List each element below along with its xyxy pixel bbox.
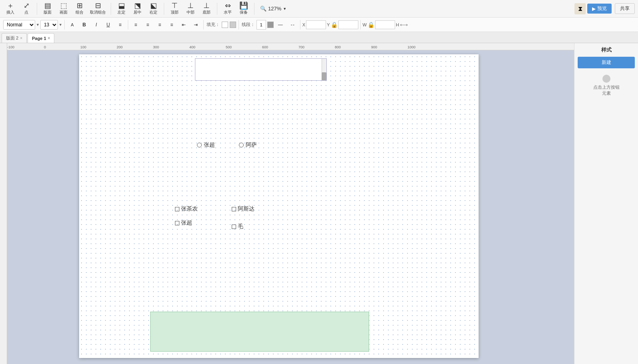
snap-button[interactable]: ⊟ 取消组合 bbox=[88, 1, 107, 17]
checkbox-zhangnong[interactable]: 张茶农 bbox=[175, 205, 198, 213]
italic-button[interactable]: I bbox=[91, 19, 102, 30]
style-select[interactable]: Normal bbox=[3, 20, 35, 30]
styles-title: 样式 bbox=[578, 46, 635, 54]
screen-button[interactable]: ⬚ 画面 bbox=[56, 1, 71, 17]
align-center-icon: ⬔ bbox=[134, 2, 141, 9]
y-input[interactable] bbox=[338, 20, 358, 29]
line-style2-button[interactable]: - - bbox=[287, 19, 298, 30]
align-right-label: 右定 bbox=[149, 10, 157, 15]
line-style1-button[interactable]: — bbox=[275, 19, 286, 30]
tab-page1-label: Page 1 bbox=[32, 36, 46, 41]
header-button[interactable]: ⊤ 顶部 bbox=[167, 1, 182, 17]
checkbox-square-3 bbox=[175, 221, 179, 225]
footer-label: 底部 bbox=[203, 10, 211, 15]
point-label: 点 bbox=[24, 10, 28, 15]
bold-button[interactable]: B bbox=[79, 19, 90, 30]
fill-label: 填充： bbox=[207, 22, 220, 28]
share-button[interactable]: 共享 bbox=[615, 3, 635, 14]
tab-page1[interactable]: Page 1 × bbox=[28, 33, 54, 43]
tab-layout2-close[interactable]: × bbox=[20, 36, 22, 40]
radio-label-1: 张超 bbox=[204, 141, 215, 149]
horizontal-button[interactable]: ⇔ 水平 bbox=[221, 1, 235, 17]
format-icon: ▤ bbox=[44, 2, 51, 9]
save-icon: 💾 bbox=[239, 2, 248, 9]
toolbar-format: Normal ▼ 13 ▼ A B I U ≡ ≡ ≡ ≡ ≡ ⇤ ⇥ 填充： bbox=[0, 18, 638, 32]
indent1-icon: ⇤ bbox=[182, 22, 186, 28]
radio-item-asa[interactable]: 阿萨 bbox=[239, 141, 257, 149]
align-center-label: 居中 bbox=[133, 10, 141, 15]
save-button[interactable]: 💾 保备 bbox=[237, 1, 251, 17]
h-link-icon: ⟷ bbox=[400, 22, 408, 28]
sep4 bbox=[217, 3, 217, 15]
align-center-format-button[interactable]: ≡ bbox=[142, 19, 153, 30]
bold-label: B bbox=[83, 22, 86, 28]
checkbox-zhangchao[interactable]: 张超 bbox=[175, 219, 192, 227]
format-button[interactable]: ▤ 版面 bbox=[40, 1, 55, 17]
format-label: 版面 bbox=[44, 10, 52, 15]
x-input[interactable] bbox=[306, 20, 326, 29]
sep-f1 bbox=[64, 20, 65, 30]
point-button[interactable]: ⤢ 点 bbox=[19, 1, 34, 17]
vcenter-label: 中部 bbox=[187, 10, 195, 15]
y-label: Y bbox=[327, 22, 330, 27]
line-label: 线段： bbox=[242, 22, 255, 28]
line-color-button[interactable] bbox=[267, 22, 274, 28]
indent2-button[interactable]: ⇥ bbox=[190, 19, 201, 30]
sep5 bbox=[254, 3, 254, 15]
toolbar-top: ＋ 插入 ⤢ 点 ▤ 版面 ⬚ 画面 ⊞ 组合 ⊟ 取消组合 ⬓ 左定 ⬔ 居中… bbox=[0, 0, 638, 18]
indent1-button[interactable]: ⇤ bbox=[178, 19, 189, 30]
font-size-select[interactable]: 13 bbox=[40, 20, 58, 30]
insert-button[interactable]: ＋ 插入 bbox=[3, 1, 18, 17]
superscript-label: A bbox=[71, 22, 74, 27]
list-button[interactable]: ≡ bbox=[115, 19, 126, 30]
zoom-control[interactable]: 🔍 127% ▼ bbox=[258, 5, 289, 12]
canvas-area[interactable]: 张超 阿萨 张茶农 阿斯达 bbox=[7, 50, 574, 364]
align-justify-format-button[interactable]: ≡ bbox=[166, 19, 177, 30]
text-box[interactable] bbox=[195, 58, 327, 81]
save-label: 保备 bbox=[240, 10, 248, 15]
align-left-button[interactable]: ⬓ 左定 bbox=[114, 1, 129, 17]
textbox-scrollbar[interactable] bbox=[322, 59, 326, 80]
align-right-format-button[interactable]: ≡ bbox=[154, 19, 165, 30]
style-dropdown-arrow: ▼ bbox=[36, 23, 40, 27]
align-center-button[interactable]: ⬔ 居中 bbox=[130, 1, 145, 17]
preview-label: 预览 bbox=[597, 5, 607, 12]
sep1 bbox=[37, 3, 37, 15]
tab-bar: 版面 2 × Page 1 × bbox=[0, 32, 638, 43]
radio-circle-2 bbox=[239, 143, 244, 147]
ruler-horizontal: -100 0 100 200 300 400 500 600 700 800 9… bbox=[0, 43, 574, 50]
lock-icon[interactable]: 🔒 bbox=[331, 22, 338, 28]
wh-lock-icon[interactable]: 🔒 bbox=[368, 22, 374, 28]
style-circle bbox=[602, 75, 610, 83]
checkbox-mao[interactable]: 毛 bbox=[232, 223, 243, 230]
scrollbar-thumb[interactable] bbox=[322, 72, 326, 80]
fill-gray-button[interactable] bbox=[230, 22, 236, 28]
w-input[interactable] bbox=[375, 20, 395, 29]
preview-button[interactable]: ▶ 预览 bbox=[587, 4, 612, 14]
align-right-icon: ⬕ bbox=[150, 2, 157, 9]
tab-page1-close[interactable]: × bbox=[48, 36, 50, 40]
preview-icon: ▶ bbox=[592, 6, 596, 12]
group-button[interactable]: ⊞ 组合 bbox=[72, 1, 87, 17]
radio-item-zhangchao[interactable]: 张超 bbox=[197, 141, 215, 149]
radio-circle-1 bbox=[197, 143, 202, 147]
footer-button[interactable]: ⊥ 底部 bbox=[199, 1, 214, 17]
tab-layout2[interactable]: 版面 2 × bbox=[2, 33, 27, 43]
line-width-input[interactable] bbox=[256, 20, 266, 30]
align-left-format-button[interactable]: ≡ bbox=[130, 19, 141, 30]
checkbox-label-2: 阿斯达 bbox=[238, 205, 254, 213]
sep2 bbox=[111, 3, 111, 15]
checkbox-label-1: 张茶农 bbox=[181, 205, 198, 213]
fill-white-button[interactable] bbox=[222, 22, 228, 28]
horizontal-icon: ⇔ bbox=[225, 2, 231, 9]
underline-label: U bbox=[107, 22, 110, 28]
underline-button[interactable]: U bbox=[103, 19, 114, 30]
page-white: 张超 阿萨 张茶农 阿斯达 bbox=[79, 54, 479, 358]
align-right-button[interactable]: ⬕ 右定 bbox=[146, 1, 161, 17]
checkbox-asida[interactable]: 阿斯达 bbox=[232, 205, 254, 213]
vcenter-button[interactable]: ⊥ 中部 bbox=[183, 1, 198, 17]
superscript-button[interactable]: A bbox=[67, 19, 78, 30]
new-style-label: 新建 bbox=[602, 60, 611, 65]
new-style-button[interactable]: 新建 bbox=[578, 57, 635, 68]
align-justify-format-icon: ≡ bbox=[170, 22, 173, 28]
